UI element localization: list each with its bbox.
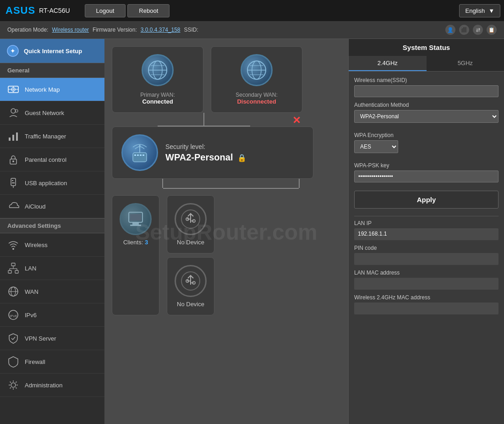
wireless-mac-label: Wireless 2.4GHz MAC address (354, 294, 499, 301)
status-bar: Operation Mode: Wireless router Firmware… (0, 21, 504, 39)
advanced-section-header: Advanced Settings (0, 218, 104, 233)
svg-rect-18 (11, 263, 15, 266)
sidebar-label-ipv6: IPv6 (25, 312, 37, 319)
operation-mode-label: Operation Mode: (7, 27, 48, 33)
sidebar-label-vpn: VPN Server (25, 335, 56, 342)
sidebar-label-wireless: Wireless (25, 242, 48, 248)
svg-rect-9 (12, 135, 14, 141)
guest-network-icon (6, 106, 20, 120)
primary-wan-label: Primary WAN: (140, 92, 175, 98)
logo-model: RT-AC56U (39, 7, 70, 14)
tab-5ghz[interactable]: 5GHz (427, 56, 504, 71)
ipv6-icon: IPv6 (6, 308, 20, 322)
pin-code-field: PIN code (354, 245, 499, 265)
sidebar-label-administration: Administration (25, 382, 62, 389)
logo-brand: ASUS (5, 5, 35, 17)
primary-wan-box[interactable]: Primary WAN: Connected (112, 46, 203, 113)
sidebar-item-firewall[interactable]: Firewall (0, 350, 104, 374)
divider-1 (354, 216, 499, 216)
header: ASUS RT-AC56U Logout Reboot English ▼ (0, 0, 504, 21)
sidebar-item-vpn[interactable]: VPN Server (0, 327, 104, 350)
secondary-wan-icon (241, 54, 273, 86)
language-selector[interactable]: English ▼ (459, 4, 500, 17)
firmware-value[interactable]: 3.0.0.4.374_158 (141, 27, 181, 33)
clients-label: Clients: 3 (123, 239, 148, 246)
reboot-button[interactable]: Reboot (127, 4, 170, 17)
sidebar-label-firewall: Firewall (25, 358, 45, 365)
secondary-wan-status: Disconnected (237, 98, 276, 105)
security-value: WPA2-Personal 🔒 (165, 152, 247, 163)
sidebar-item-network-map[interactable]: Network Map (0, 78, 104, 101)
secondary-wan-box[interactable]: Secondary WAN: Disconnected (211, 46, 302, 113)
disconnected-x-icon: ✕ (292, 115, 301, 127)
sidebar-item-administration[interactable]: Administration (0, 374, 104, 397)
sidebar-item-traffic-manager[interactable]: Traffic Manager (0, 125, 104, 148)
logout-button[interactable]: Logout (85, 4, 126, 17)
svg-rect-8 (9, 138, 11, 141)
usb-device-2-box[interactable]: No Device (167, 257, 214, 315)
sidebar-item-guest-network[interactable]: Guest Network (0, 101, 104, 125)
wireless-mac-field: Wireless 2.4GHz MAC address (354, 294, 499, 314)
svg-rect-43 (137, 154, 139, 156)
firewall-icon (6, 355, 20, 369)
usb-device-1-icon (175, 203, 207, 235)
lan-ip-field: LAN IP 192.168.1.1 (354, 220, 499, 240)
usb-device-2-icon (175, 265, 207, 297)
svg-rect-15 (12, 180, 13, 181)
clients-box[interactable]: Clients: 3 (112, 195, 159, 315)
sidebar-item-aicloud[interactable]: AiCloud (0, 195, 104, 218)
apply-button[interactable]: Apply (354, 191, 499, 209)
network-map-area: SetupRouter.com (104, 39, 348, 424)
system-status-header: System Status (349, 39, 504, 56)
status-icons: 👤 ⬛ ⇄ 📋 (445, 25, 497, 35)
content-inner: SetupRouter.com (104, 39, 504, 424)
svg-point-30 (11, 383, 16, 387)
pin-code-label: PIN code (354, 245, 499, 251)
chevron-down-icon: ▼ (488, 7, 494, 14)
administration-icon (6, 378, 20, 392)
info-icon: 📋 (487, 25, 497, 35)
usb-device-1-box[interactable]: No Device (167, 195, 214, 253)
client-row: Clients: 3 (112, 195, 214, 315)
sidebar-item-ipv6[interactable]: IPv6 IPv6 (0, 303, 104, 327)
svg-rect-13 (11, 178, 16, 186)
wpa-enc-select[interactable]: AES TKIP AES+TKIP (354, 140, 398, 153)
ssid-input[interactable] (354, 85, 499, 97)
svg-rect-10 (16, 132, 18, 141)
vpn-icon (6, 331, 20, 345)
primary-wan-status: Connected (142, 98, 173, 105)
clients-icon (120, 203, 152, 235)
quick-setup-item[interactable]: ✦ Quick Internet Setup (0, 39, 104, 63)
wan-icon (6, 285, 20, 298)
auth-method-select[interactable]: WPA2-Personal WPA-Personal Open System W… (354, 110, 499, 123)
sidebar-label-lan: LAN (25, 265, 36, 272)
wpa-psk-label: WPA-PSK key (354, 162, 499, 169)
sidebar-item-usb-application[interactable]: USB application (0, 171, 104, 195)
sidebar-item-lan[interactable]: LAN (0, 257, 104, 280)
ssid-field-label: Wireless name(SSID) (354, 77, 499, 83)
lan-mac-label: LAN MAC address (354, 270, 499, 276)
operation-mode-value[interactable]: Wireless router (52, 27, 89, 33)
lan-icon (6, 261, 20, 275)
wpa-psk-input[interactable] (354, 171, 499, 182)
general-section-header: General (0, 63, 104, 78)
tab-24ghz[interactable]: 2.4GHz (349, 56, 427, 71)
svg-rect-19 (8, 270, 11, 273)
svg-rect-45 (142, 154, 144, 156)
ssid-label: SSID: (184, 27, 198, 33)
svg-text:IPv6: IPv6 (10, 314, 17, 318)
sidebar-item-parental-control[interactable]: Parental control (0, 148, 104, 171)
parental-control-icon (6, 153, 20, 166)
svg-rect-49 (132, 222, 139, 225)
sidebar-label-traffic-manager: Traffic Manager (25, 133, 66, 140)
sidebar-label-network-map: Network Map (25, 86, 60, 93)
svg-rect-51 (130, 214, 141, 220)
svg-point-47 (139, 145, 141, 147)
sidebar-item-wan[interactable]: WAN (0, 280, 104, 303)
sidebar-item-wireless[interactable]: Wireless (0, 233, 104, 257)
usb-application-icon (6, 176, 20, 190)
pin-code-value (354, 253, 499, 265)
lan-ip-label: LAN IP (354, 220, 499, 226)
router-box[interactable]: Security level: WPA2-Personal 🔒 (112, 127, 313, 179)
status-form: Wireless name(SSID) Authentication Metho… (349, 72, 504, 424)
